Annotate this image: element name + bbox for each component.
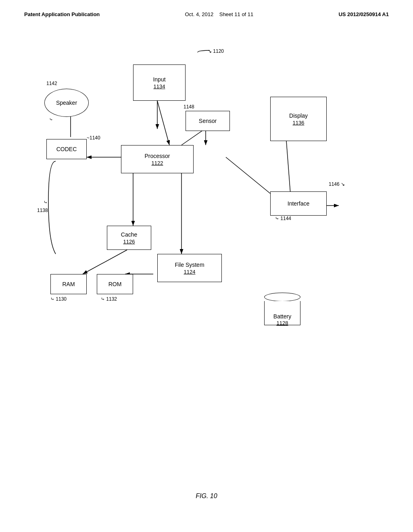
ref-1138: 1138	[37, 208, 48, 213]
header-right: US 2012/0250914 A1	[338, 11, 389, 17]
display-component: Display 1136	[270, 97, 327, 141]
svg-line-13	[286, 141, 290, 193]
svg-line-15	[157, 101, 169, 145]
brace-1138: ⤷	[44, 200, 48, 205]
cache-component: Cache 1126	[107, 226, 151, 250]
brace-1142: ⤷	[49, 117, 53, 122]
header-center: Oct. 4, 2012 Sheet 11 of 11	[185, 11, 253, 17]
svg-line-8	[226, 157, 270, 193]
speaker-component: Speaker	[44, 89, 89, 117]
ref-1130: ⤷ 1130	[50, 296, 67, 302]
battery-component: Battery 1128	[264, 292, 300, 325]
ref-1146: 1146 ↘	[329, 181, 345, 187]
sensor-component: Sensor	[186, 111, 230, 131]
file-system-component: File System 1124	[157, 254, 222, 282]
ref-1132: ⤷ 1132	[101, 296, 117, 302]
ram-component: RAM	[50, 274, 87, 294]
ref-1142: 1142	[46, 81, 57, 86]
codec-component: CODEC	[46, 139, 87, 159]
rom-component: ROM	[97, 274, 133, 294]
ref-1140: ~1140	[87, 135, 100, 141]
svg-line-10	[83, 250, 127, 274]
processor-component: Processor 1122	[121, 145, 194, 173]
interface-component: Interface	[270, 191, 327, 216]
input-component: Input 1134	[133, 64, 186, 101]
page-header: Patent Application Publication Oct. 4, 2…	[0, 0, 413, 17]
figure-caption: FIG. 10	[0, 493, 413, 500]
header-left: Patent Application Publication	[24, 11, 100, 17]
battery-body: Battery 1128	[264, 301, 300, 325]
diagram: ↘ 1120 Speaker 1142 ⤷ CODEC ~1140 Input …	[24, 48, 387, 419]
ref-1148: 1148	[184, 104, 194, 110]
ref-1144: ⤷ 1144	[275, 216, 291, 221]
battery-top	[264, 293, 300, 301]
ref-1120: ↘ 1120	[208, 48, 224, 54]
